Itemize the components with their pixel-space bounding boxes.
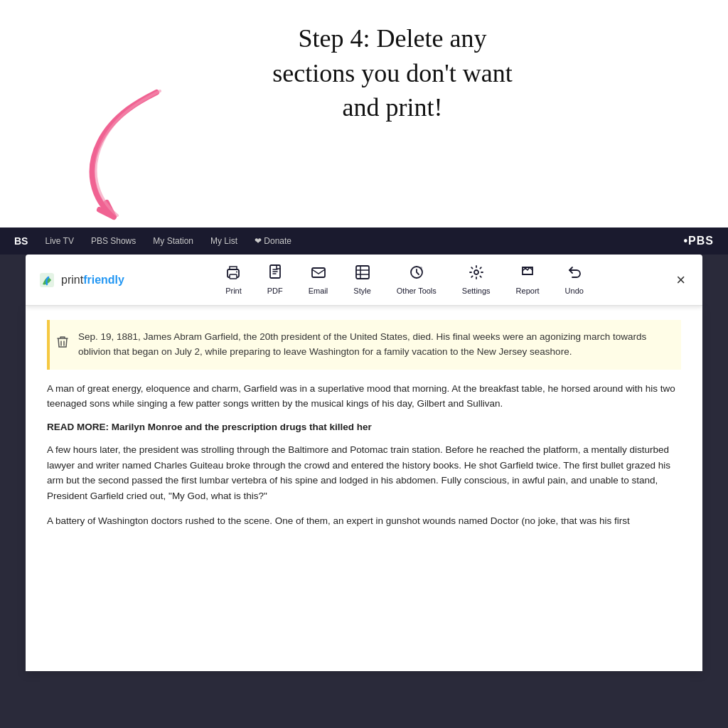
email-icon	[311, 264, 326, 284]
pbs-navigation-bar: BS Live TV PBS Shows My Station My List …	[0, 228, 728, 255]
settings-icon	[469, 264, 484, 284]
svg-rect-6	[356, 266, 369, 279]
svg-point-11	[474, 270, 478, 274]
undo-icon	[567, 264, 582, 284]
content-fade	[26, 643, 702, 671]
settings-label: Settings	[462, 287, 491, 295]
article-paragraph-2: A few hours later, the president was str…	[47, 442, 681, 503]
svg-point-10	[419, 267, 422, 269]
undo-button[interactable]: Undo	[552, 259, 596, 301]
read-more-link[interactable]: READ MORE: Marilyn Monroe and the prescr…	[47, 422, 681, 432]
svg-point-3	[236, 272, 237, 273]
pbs-nav-station[interactable]: My Station	[153, 236, 193, 246]
article-paragraph-1: A man of great energy, eloquence and cha…	[47, 381, 681, 412]
pdf-label: PDF	[267, 287, 283, 295]
pbs-logo-right: •PBS	[684, 235, 714, 247]
annotation-area: Step 4: Delete any sections you don't wa…	[0, 0, 728, 228]
highlighted-text: Sep. 19, 1881, James Abram Garfield, the…	[78, 331, 646, 357]
pdf-icon	[267, 264, 283, 284]
email-label: Email	[309, 287, 328, 295]
other-tools-label: Other Tools	[397, 287, 437, 295]
print-label: Print	[225, 287, 242, 295]
report-icon	[520, 264, 535, 284]
close-button[interactable]: ×	[670, 268, 691, 292]
printfriendly-content-panel: Sep. 19, 1881, James Abram Garfield, the…	[26, 306, 702, 671]
settings-button[interactable]: Settings	[449, 259, 503, 301]
pbs-nav-donate[interactable]: ❤ Donate	[255, 236, 291, 246]
style-icon	[355, 264, 370, 284]
report-button[interactable]: Report	[503, 259, 552, 301]
article-content: Sep. 19, 1881, James Abram Garfield, the…	[26, 306, 702, 553]
toolbar-tools: Print PDF Email Style Other Tools	[139, 259, 670, 301]
printfriendly-logo-text: printfriendly	[61, 274, 124, 287]
highlighted-article-block: Sep. 19, 1881, James Abram Garfield, the…	[47, 320, 681, 370]
pdf-button[interactable]: PDF	[255, 259, 296, 301]
pbs-nav-mylist[interactable]: My List	[210, 236, 237, 246]
print-button[interactable]: Print	[213, 259, 255, 301]
pink-arrow	[57, 85, 185, 230]
pbs-logo-left: BS	[14, 235, 28, 247]
printfriendly-logo: printfriendly	[37, 270, 124, 290]
svg-rect-5	[312, 268, 325, 277]
report-label: Report	[516, 287, 540, 295]
email-button[interactable]: Email	[296, 259, 341, 301]
pbs-nav-shows[interactable]: PBS Shows	[91, 236, 136, 246]
svg-rect-2	[230, 274, 237, 279]
printfriendly-toolbar: printfriendly Print PDF Email	[26, 255, 702, 306]
other-tools-icon	[409, 264, 424, 284]
style-label: Style	[353, 287, 370, 295]
printfriendly-logo-icon	[37, 270, 57, 290]
undo-label: Undo	[565, 287, 584, 295]
pbs-nav-live-tv[interactable]: Live TV	[45, 236, 73, 246]
step-instruction: Step 4: Delete any sections you don't wa…	[272, 21, 512, 125]
delete-section-button[interactable]	[57, 336, 68, 354]
article-paragraph-3: A battery of Washington doctors rushed t…	[47, 513, 681, 529]
other-tools-button[interactable]: Other Tools	[384, 259, 449, 301]
style-button[interactable]: Style	[341, 259, 383, 301]
print-icon	[225, 264, 241, 284]
